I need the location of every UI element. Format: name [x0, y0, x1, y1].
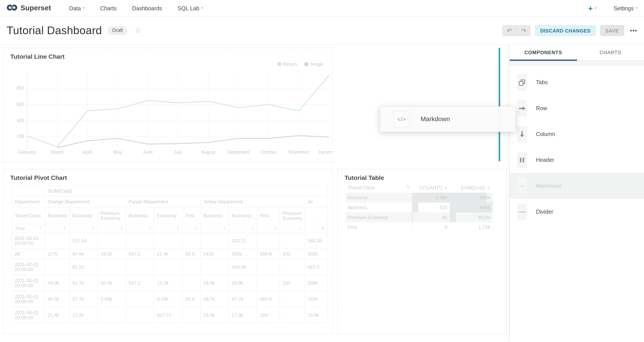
dragged-markdown-component[interactable]: </> Markdown — [380, 106, 516, 132]
table-row: Premium Economy6199.8k — [346, 212, 492, 222]
pivot-sort-cell: ⇅ — [305, 224, 328, 233]
page-title[interactable]: Tutorial Dashboard — [6, 24, 102, 37]
pivot-cell — [98, 259, 126, 275]
pivot-dimension-header: Department — [12, 196, 45, 207]
superset-logo[interactable]: Superset — [6, 4, 51, 13]
pivot-cell: 669.6 — [257, 249, 280, 259]
sort-icon[interactable]: ⇅ — [120, 226, 123, 230]
dashboard-canvas: Tutorial Line Chart Return Single 200400… — [0, 45, 509, 342]
sort-icon[interactable]: ⇅ — [64, 226, 67, 230]
pivot-cell: 92.6 — [182, 291, 200, 307]
pivot-class-header: Premium Economy — [280, 207, 305, 224]
pivot-cell — [98, 307, 126, 323]
pivot-cell: 21.4k — [154, 249, 182, 259]
sidebar-tabs: COMPONENTS CHARTS — [510, 45, 644, 61]
pivot-table: SUM(Cost)DepartmentOrange DepartmentPurp… — [12, 186, 328, 323]
component-item-divider[interactable]: Divider — [510, 199, 644, 225]
pivot-sort-cell: ⇅ — [70, 224, 98, 233]
pivot-sort-cell: ⇅ — [45, 224, 70, 233]
sort-icon[interactable]: ⇅ — [487, 186, 490, 190]
pivot-cell — [257, 233, 280, 249]
component-item-header[interactable]: H Header — [510, 147, 644, 173]
pivot-cell — [45, 259, 70, 275]
component-item-markdown[interactable]: </> Markdown — [510, 173, 644, 199]
undo-button[interactable]: ↶ — [502, 25, 517, 36]
pivot-cell: 927.77 — [154, 307, 182, 323]
x-axis-tick-label: December — [310, 150, 333, 154]
component-item-row[interactable]: Row — [510, 95, 644, 121]
sort-icon[interactable]: ⇅ — [194, 226, 198, 230]
pivot-sort-cell: ⇅ — [98, 224, 126, 233]
pivot-table-row: 2011-03-01 00:00:00217.14332.21549.35 — [12, 233, 328, 249]
data-table: Travel Class⇅ COUNT(*)⇅ SUM(Cost)⇅ Econo… — [346, 183, 492, 232]
sort-icon[interactable]: ⇅ — [321, 226, 325, 230]
pivot-row-label: 2011-06-01 00:00:00 — [12, 275, 45, 291]
favorite-star-icon[interactable]: ☆ — [135, 26, 141, 35]
pivot-cell: 106k — [229, 249, 257, 259]
pivot-cell: 502k — [305, 249, 328, 259]
nav-item-data[interactable]: Data ▾ — [69, 5, 84, 11]
more-options-icon[interactable]: ••• — [630, 28, 637, 34]
pivot-cell — [280, 291, 305, 307]
sort-icon[interactable]: ⇅ — [406, 185, 410, 189]
settings-menu[interactable]: Settings ▾ — [614, 5, 637, 11]
pivot-class-header: First — [182, 207, 200, 224]
cell-travel-class: Business — [346, 202, 412, 212]
add-new-button[interactable]: + ▾ — [588, 4, 596, 12]
sort-icon[interactable]: ⇅ — [251, 226, 254, 230]
pivot-cell — [280, 307, 305, 323]
tab-components[interactable]: COMPONENTS — [510, 45, 577, 60]
header-actions: ↶ ↷ DISCARD CHANGES SAVE ••• — [502, 25, 638, 36]
table-chart-card[interactable]: Tutorial Table Travel Class⇅ COUNT(*)⇅ — [338, 169, 507, 334]
table-row: First91.71k — [346, 222, 492, 232]
pivot-table-row: 2011-05-01 00:00:0045.5k37.7k2.69k8.16k9… — [12, 291, 328, 307]
pivot-cell: 76.9k — [200, 275, 229, 291]
sort-icon[interactable]: ⇅ — [444, 186, 447, 190]
column-header-travel-class[interactable]: Travel Class⇅ — [346, 183, 412, 193]
redo-button[interactable]: ↷ — [517, 25, 531, 36]
table-header-row: Travel Class⇅ COUNT(*)⇅ SUM(Cost)⇅ — [346, 183, 492, 193]
column-header-count[interactable]: COUNT(*)⇅ — [412, 183, 450, 193]
superset-logo-icon — [6, 4, 18, 13]
component-item-tabs[interactable]: Tabs — [510, 69, 644, 95]
pivot-class-header: Business — [200, 207, 229, 224]
tab-charts[interactable]: CHARTS — [577, 45, 644, 60]
pivot-cell: 132 — [280, 275, 305, 291]
cell-travel-class: Premium Economy — [346, 212, 412, 222]
line-chart-card[interactable]: Tutorial Line Chart Return Single 200400… — [3, 48, 332, 162]
dashboard-header: Tutorial Dashboard Draft ☆ ↶ ↷ DISCARD C… — [0, 17, 644, 45]
pivot-department-header: Purple Department — [126, 196, 200, 207]
sort-icon[interactable]: ⇅ — [92, 226, 95, 230]
component-list: Tabs Row — [510, 66, 644, 225]
pivot-class-header: Economy — [70, 207, 98, 224]
pivot-chart-card[interactable]: Tutorial Pivot Chart SUM(Cost)Department… — [3, 169, 332, 334]
column-header-sum-cost[interactable]: SUM(Cost)⇅ — [450, 183, 492, 193]
sort-icon[interactable]: ⇅ — [39, 226, 42, 230]
discard-changes-button[interactable]: DISCARD CHANGES — [535, 25, 596, 36]
cell-value: 61 — [412, 212, 450, 222]
sort-icon[interactable]: ⇅ — [223, 226, 226, 230]
sort-icon[interactable]: ⇅ — [148, 226, 152, 230]
pivot-cell: 49.9k — [45, 275, 70, 291]
cell-travel-class: First — [346, 222, 412, 232]
top-navbar: Superset Data ▾ Charts Dashboards SQL La… — [0, 0, 644, 17]
table-row: Economy2.46k602k — [346, 193, 492, 202]
pivot-cell: 94.9k — [70, 249, 98, 259]
sort-icon[interactable]: ⇅ — [299, 226, 302, 230]
nav-item-dashboards[interactable]: Dashboards — [132, 5, 162, 11]
chevron-down-icon: ▾ — [201, 6, 203, 10]
pivot-cell: 425.5 — [305, 259, 328, 275]
pivot-cell: 92.6 — [182, 249, 200, 259]
save-button[interactable]: SAVE — [600, 25, 624, 36]
sort-icon[interactable]: ⇅ — [176, 226, 180, 230]
cell-value: 9 — [412, 222, 450, 232]
nav-item-sql-lab[interactable]: SQL Lab ▾ — [178, 5, 203, 11]
chart-title: Tutorial Table — [345, 174, 506, 181]
header-icon: H — [517, 152, 527, 168]
nav-right: + ▾ Settings ▾ — [588, 4, 638, 12]
sort-icon[interactable]: ⇅ — [274, 226, 277, 230]
nav-item-charts[interactable]: Charts — [100, 5, 116, 11]
pivot-row-label: 2011-02-01 00:00:00 — [12, 259, 45, 275]
component-item-column[interactable]: Column — [510, 121, 644, 147]
pivot-class-header: Economy — [154, 207, 182, 224]
